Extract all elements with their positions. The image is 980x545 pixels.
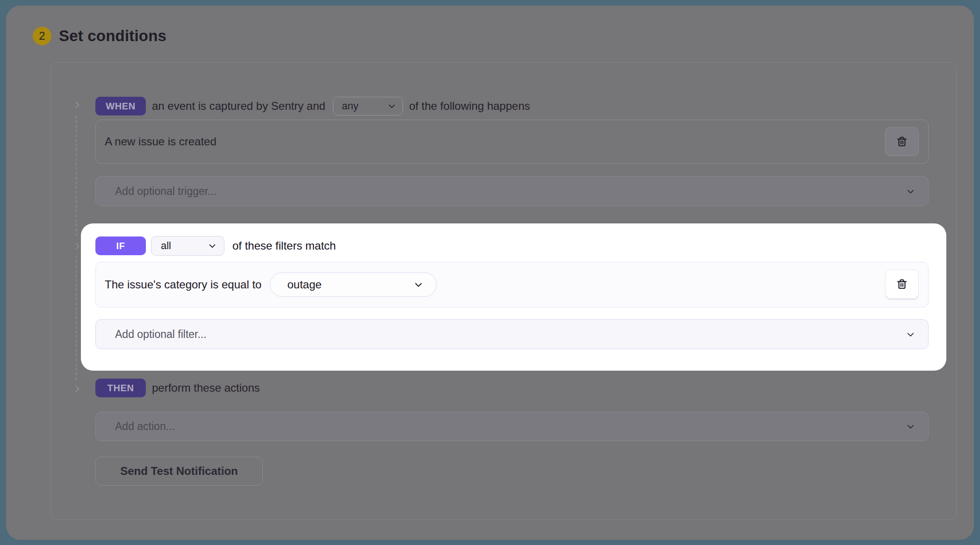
step-header: 2 Set conditions [33, 27, 166, 45]
then-sentence: perform these actions [152, 381, 260, 394]
when-sentence-before: an event is captured by Sentry and [152, 100, 325, 113]
chevron-down-icon [905, 329, 916, 340]
chevron-right-icon[interactable] [72, 100, 83, 111]
page-title: Set conditions [59, 27, 166, 45]
delete-trigger-button[interactable] [885, 127, 919, 156]
dashed-connector-line [76, 115, 77, 236]
when-match-select[interactable]: any [333, 97, 403, 115]
add-action-dropdown[interactable]: Add action... [95, 412, 929, 441]
send-test-notification-button[interactable]: Send Test Notification [95, 457, 263, 486]
when-label-row: WHEN an event is captured by Sentry and … [95, 96, 530, 116]
when-match-select-value: any [342, 100, 358, 112]
if-badge: IF [95, 237, 146, 255]
if-label-row: IF all of these filters match [95, 236, 336, 256]
dimmed-app-background: 2 Set conditions WHEN an event is captur… [6, 6, 974, 540]
if-match-select-value: all [161, 240, 171, 252]
filter-value-select-value: outage [287, 278, 321, 291]
then-label-row: THEN perform these actions [95, 378, 260, 398]
when-sentence-after: of the following happens [409, 100, 530, 113]
chevron-down-icon [905, 186, 916, 197]
chevron-down-icon [207, 241, 217, 251]
if-filter-spotlight: IF all of these filters match The issue'… [81, 223, 946, 371]
dashed-connector-line [76, 256, 77, 380]
filter-value-select[interactable]: outage [270, 272, 437, 297]
trash-icon [895, 277, 909, 292]
conditions-panel: WHEN an event is captured by Sentry and … [50, 62, 957, 520]
then-badge: THEN [95, 379, 146, 397]
trash-icon [895, 134, 909, 149]
trigger-condition-row: A new issue is created [95, 120, 929, 164]
chevron-right-icon[interactable] [72, 383, 83, 394]
trigger-condition-text: A new issue is created [105, 135, 216, 148]
step-number-badge: 2 [33, 27, 51, 45]
add-action-placeholder: Add action... [115, 420, 175, 433]
when-badge: WHEN [95, 97, 146, 115]
chevron-down-icon [905, 421, 916, 432]
filter-condition-text: The issue's category is equal to [105, 278, 261, 291]
add-trigger-dropdown[interactable]: Add optional trigger... [95, 176, 929, 206]
if-sentence-after: of these filters match [232, 239, 336, 252]
add-filter-placeholder: Add optional filter... [115, 328, 207, 341]
filter-condition-row: The issue's category is equal to outage [95, 262, 929, 308]
if-match-select[interactable]: all [151, 236, 224, 256]
chevron-down-icon [387, 101, 397, 111]
chevron-down-icon [413, 279, 424, 290]
add-trigger-placeholder: Add optional trigger... [115, 185, 216, 198]
delete-filter-button[interactable] [885, 270, 919, 299]
add-filter-dropdown[interactable]: Add optional filter... [95, 319, 929, 349]
